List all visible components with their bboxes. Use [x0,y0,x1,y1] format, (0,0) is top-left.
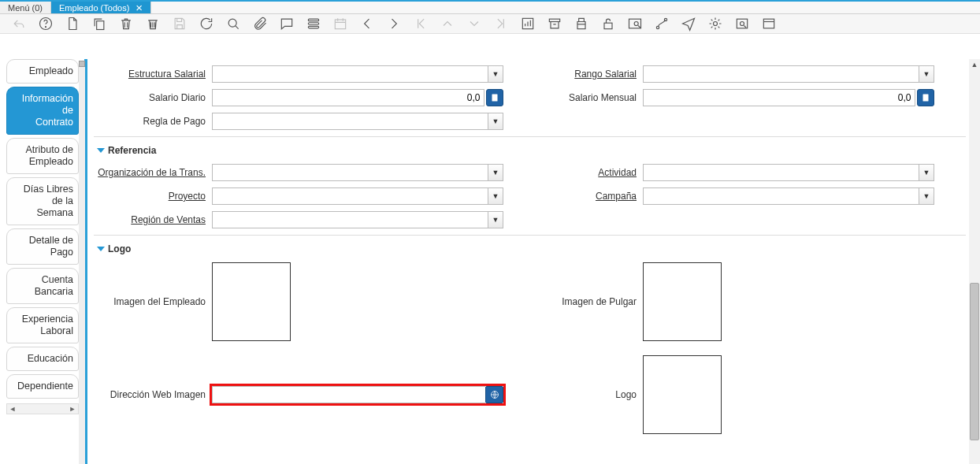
sales-region-input[interactable] [212,211,488,228]
dropdown-icon[interactable]: ▼ [919,164,934,181]
campaign-label[interactable]: Campaña [525,191,643,202]
form-scrollbar-thumb[interactable] [970,283,979,440]
monthly-salary-input[interactable] [643,89,915,106]
tab-employee-all[interactable]: Empleado (Todos) × [51,2,151,13]
dropdown-icon[interactable]: ▼ [488,164,503,181]
employee-image-box[interactable] [212,262,291,341]
salary-structure-input[interactable] [212,65,488,83]
copy-button[interactable] [90,14,109,33]
side-tab-bank-account[interactable]: Cuenta Bancaria [6,268,79,304]
payment-rule-input[interactable] [212,113,488,130]
section-divider [94,136,966,137]
logo-section-header[interactable]: Logo [98,243,966,254]
delete-button[interactable] [117,14,135,33]
print-button[interactable] [572,14,591,33]
image-url-label: Dirección Web Imagen [94,389,212,400]
globe-icon[interactable] [485,386,503,403]
scroll-up-icon[interactable]: ▲ [969,59,980,70]
project-input[interactable] [212,187,488,205]
dropdown-icon[interactable]: ▼ [488,65,503,83]
thumb-image-box[interactable] [643,262,722,341]
zoom-across-button[interactable] [625,14,644,33]
workflow-button[interactable] [652,14,671,33]
next-button[interactable] [384,14,403,33]
new-button[interactable] [63,14,82,33]
svg-rect-21 [493,95,496,97]
calculator-icon[interactable] [486,89,504,106]
archive-button[interactable] [545,14,564,33]
chevron-right-icon[interactable]: ► [69,405,76,413]
dropdown-icon[interactable]: ▼ [488,113,503,130]
side-tab-dependent[interactable]: Dependiente [6,374,79,399]
preference-button[interactable] [759,14,778,33]
daily-salary-input[interactable] [212,89,484,106]
activity-input[interactable] [643,164,919,181]
lock-button[interactable] [599,14,618,33]
logo-label: Logo [525,389,643,400]
side-tab-payment-detail[interactable]: Detalle de Pago [6,228,79,265]
calculator-icon[interactable] [917,89,935,106]
side-tab-free-days[interactable]: Días Libres de la Semana [6,177,79,225]
reference-section-title: Referencia [108,145,156,156]
salary-structure-label[interactable]: Estructura Salarial [94,69,212,80]
scroll-down-icon[interactable]: ▼ [969,461,980,464]
delete-selected-button[interactable] [143,14,162,33]
pay-grade-input[interactable] [643,65,919,83]
side-scrollbar-thumb[interactable] [79,61,85,67]
side-tab-employee[interactable]: Empleado [6,59,79,84]
trx-org-label[interactable]: Organización de la Trans. [94,167,212,178]
svg-point-1 [46,27,46,28]
side-tab-label: Detalle de Pago [29,235,73,258]
help-button[interactable] [36,14,55,33]
send-button[interactable] [679,14,698,33]
product-info-button[interactable] [733,14,752,33]
campaign-input[interactable] [643,187,919,205]
reference-section-header[interactable]: Referencia [98,145,966,156]
side-tabs: Empleado Información de Contrato Atribut… [0,59,85,464]
tab-strip: Menú (0) Empleado (Todos) × [0,2,980,14]
tab-menu-label: Menú (0) [8,3,43,13]
logo-image-box[interactable] [643,355,722,434]
svg-point-16 [714,22,718,26]
side-tab-education[interactable]: Educación [6,347,79,371]
logo-section-title: Logo [108,243,131,254]
refresh-button[interactable] [197,14,216,33]
workspace: Empleado Información de Contrato Atribut… [0,34,980,464]
activity-label[interactable]: Actividad [525,167,643,178]
svg-rect-19 [763,19,774,28]
chat-button[interactable] [277,14,296,33]
svg-rect-7 [335,20,345,29]
side-tab-contract-info[interactable]: Información de Contrato [6,87,79,135]
side-tab-employee-attribute[interactable]: Atributo de Empleado [6,138,79,174]
svg-rect-23 [924,95,927,97]
svg-point-18 [741,22,744,26]
multi-button[interactable] [304,14,323,33]
side-horizontal-scroll[interactable]: ◄ ► [6,403,79,414]
side-tab-label: Atributo de Empleado [26,144,73,167]
svg-rect-6 [308,26,318,28]
side-tab-label: Cuenta Bancaria [35,274,73,297]
close-icon[interactable]: × [135,2,143,13]
chevron-left-icon[interactable]: ◄ [9,405,17,413]
side-scrollbar[interactable] [79,61,85,464]
image-url-input[interactable] [212,386,485,403]
form-scrollbar[interactable]: ▲ ▼ [969,59,980,464]
dropdown-icon[interactable]: ▼ [919,65,934,83]
tab-menu[interactable]: Menú (0) [0,2,51,13]
trx-org-input[interactable] [212,164,488,181]
process-gear-button[interactable] [706,14,725,33]
dropdown-icon[interactable]: ▼ [488,211,503,228]
svg-rect-22 [922,95,928,102]
pay-grade-label[interactable]: Rango Salarial [525,69,643,80]
sales-region-label[interactable]: Región de Ventas [94,214,212,225]
project-label[interactable]: Proyecto [94,191,212,202]
prev-button[interactable] [358,14,377,33]
collapse-icon [97,148,105,153]
svg-rect-5 [308,23,318,25]
side-tab-work-experience[interactable]: Experiencia Laboral [6,307,79,343]
report-button[interactable] [518,14,537,33]
dropdown-icon[interactable]: ▼ [919,187,934,205]
attachment-button[interactable] [251,14,269,33]
dropdown-icon[interactable]: ▼ [488,187,503,205]
search-button[interactable] [224,14,243,33]
